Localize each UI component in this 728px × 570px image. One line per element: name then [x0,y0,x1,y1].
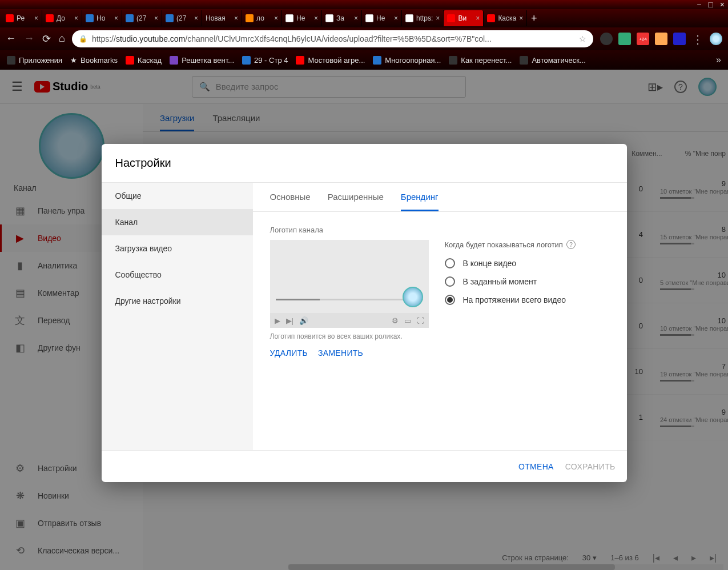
browser-tab[interactable]: Не× [282,10,322,26]
back-button[interactable]: ← [6,33,16,45]
bookmark-icon [520,56,528,65]
browser-tab[interactable]: (27× [122,10,162,26]
modal-tab[interactable]: Брендинг [401,192,439,211]
replace-button[interactable]: ЗАМЕНИТЬ [318,348,363,358]
bookmark-item[interactable]: Мостовой агре... [296,56,365,65]
next-icon[interactable]: ▶| [286,316,293,325]
browser-tab[interactable]: За× [322,10,362,26]
cancel-button[interactable]: ОТМЕНА [518,462,554,471]
modal-sidebar-item[interactable]: Канал [102,209,253,235]
tab-close-icon[interactable]: × [354,14,358,22]
video-controls: ▶ ▶| 🔊 ⚙ ▭ ⛶ [270,313,429,328]
delete-button[interactable]: УДАЛИТЬ [270,348,308,358]
bookmark-icon [170,56,178,65]
modal-sidebar-item[interactable]: Сообщество [102,262,253,288]
forward-button[interactable]: → [24,33,34,45]
favicon [126,14,134,22]
volume-icon[interactable]: 🔊 [299,316,308,325]
section-label: Логотип канала [270,226,610,234]
modal-sidebar-item[interactable]: Общие [102,183,253,209]
extension-icon[interactable]: ⋮ [691,33,704,45]
modal-tab[interactable]: Основные [270,192,311,211]
browser-tab[interactable]: (27× [162,10,202,26]
favicon [365,14,373,22]
extension-icon[interactable] [710,33,722,45]
tab-close-icon[interactable]: × [519,14,523,22]
tab-label: Новая [206,14,226,22]
browser-tab[interactable]: Но× [82,10,122,26]
radio-label: В заданный момент [463,277,537,286]
tab-close-icon[interactable]: × [234,14,238,22]
modal-sidebar: ОбщиеКаналЗагрузка видеоСообществоДругие… [102,183,253,450]
extension-icon[interactable] [655,33,667,45]
url-input[interactable]: 🔒 https://studio.youtube.com/channel/UCl… [72,30,593,47]
modal-overlay: Настройки ОбщиеКаналЗагрузка видеоСообще… [0,70,728,570]
browser-tab[interactable]: Ре× [2,10,42,26]
browser-tab[interactable]: https:× [402,10,444,26]
browser-tab[interactable]: Ви× [444,10,484,26]
bookmark-item[interactable]: 29 - Стр 4 [242,56,288,65]
bookmark-item[interactable]: Как перенест... [449,56,512,65]
favicon [487,14,495,22]
home-button[interactable]: ⌂ [59,33,65,45]
modal-sidebar-item[interactable]: Другие настройки [102,288,253,314]
tab-label: Но [96,14,105,22]
bookmark-star-icon[interactable]: ☆ [579,34,586,43]
modal-tab[interactable]: Расширенные [328,192,384,211]
browser-tab[interactable]: Каска× [484,10,527,26]
fullscreen-icon[interactable]: ⛶ [417,316,424,325]
new-tab-button[interactable]: + [527,11,541,25]
window-maximize[interactable]: □ [708,0,713,9]
gear-icon[interactable]: ⚙ [392,316,399,325]
tab-close-icon[interactable]: × [274,14,278,22]
tab-close-icon[interactable]: × [74,14,78,22]
settings-modal: Настройки ОбщиеКаналЗагрузка видеоСообще… [102,144,627,482]
browser-tab[interactable]: До× [42,10,82,26]
help-icon[interactable]: ? [566,240,576,249]
tab-close-icon[interactable]: × [476,14,480,22]
modal-title: Настройки [102,144,627,183]
browser-tab[interactable]: ло× [242,10,282,26]
radio-icon [445,276,455,287]
bookmark-item[interactable]: ★Bookmarks [70,56,118,65]
save-button[interactable]: СОХРАНИТЬ [565,462,616,471]
tab-label: Не [296,14,305,22]
extension-icon[interactable] [673,33,686,45]
bookmark-item[interactable]: Автоматическ... [520,56,585,65]
tab-close-icon[interactable]: × [436,14,440,22]
window-minimize[interactable]: − [697,0,701,9]
favicon [166,14,174,22]
bookmark-icon [373,56,381,65]
theater-icon[interactable]: ▭ [404,316,411,325]
bookmark-item[interactable]: Приложения [7,56,62,65]
favicon [246,14,254,22]
preview-hint: Логотип появится во всех ваших роликах. [270,332,429,340]
page-content: ☰ Studio beta 🔍 Введите запрос ⊞▸ ? Кана… [0,70,728,570]
browser-tab[interactable]: Новая× [202,10,242,26]
favicon [447,14,455,22]
bookmark-item[interactable]: Решетка вент... [170,56,234,65]
tab-close-icon[interactable]: × [394,14,398,22]
window-close[interactable]: × [720,0,725,9]
tab-close-icon[interactable]: × [154,14,158,22]
radio-option[interactable]: В заданный момент [445,276,610,287]
bookmark-label: Bookmarks [81,56,118,65]
play-icon[interactable]: ▶ [275,316,280,325]
extension-icon[interactable] [600,33,613,45]
reload-button[interactable]: ⟳ [42,33,51,45]
radio-option[interactable]: В конце видео [445,258,610,268]
extension-icon[interactable] [618,33,631,45]
extension-icon[interactable]: +24 [637,33,649,45]
bookmarks-bar: Приложения★BookmarksКаскадРешетка вент..… [0,50,728,70]
tab-close-icon[interactable]: × [314,14,318,22]
bookmark-item[interactable]: Многоопорная... [373,56,441,65]
modal-sidebar-item[interactable]: Загрузка видео [102,235,253,262]
bookmarks-overflow[interactable]: » [716,55,721,65]
browser-tab[interactable]: Не× [362,10,402,26]
radio-option[interactable]: На протяжении всего видео [445,295,610,305]
favicon [86,14,94,22]
tab-close-icon[interactable]: × [34,14,38,22]
tab-close-icon[interactable]: × [194,14,198,22]
bookmark-item[interactable]: Каскад [126,56,162,65]
tab-close-icon[interactable]: × [114,14,118,22]
